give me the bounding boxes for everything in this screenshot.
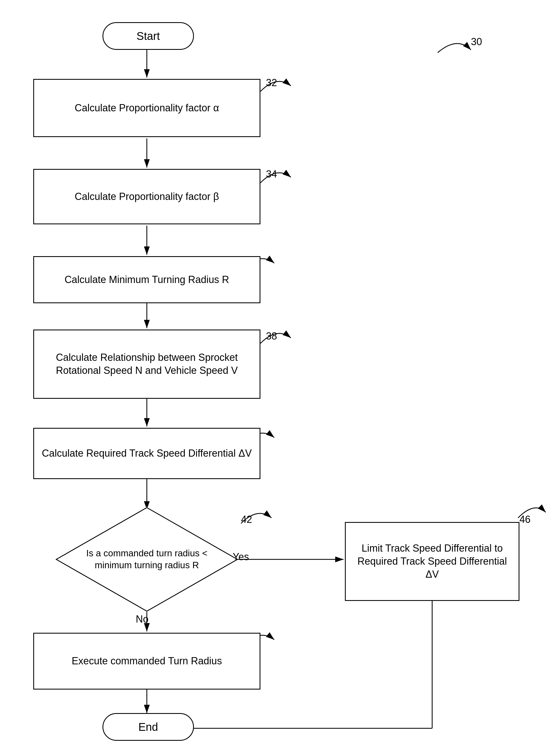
diamond-42-container: Is a commanded turn radius < minimum tur… — [56, 507, 238, 612]
box-44: Execute commanded Turn Radius — [33, 633, 260, 689]
label-30: 30 — [471, 36, 482, 48]
label-32: 32 — [266, 77, 277, 88]
box-40: Calculate Required Track Speed Different… — [33, 428, 260, 479]
box-46: Limit Track Speed Differential to Requir… — [345, 522, 519, 601]
start-node: Start — [103, 22, 194, 50]
label-34: 34 — [266, 168, 277, 180]
no-label: No — [136, 613, 148, 625]
box44-label: Execute commanded Turn Radius — [72, 655, 222, 668]
label-38: 38 — [266, 330, 277, 342]
box36-label: Calculate Minimum Turning Radius R — [65, 273, 229, 286]
diagram-container: Start 30 32 Calculate Proportionality fa… — [0, 0, 556, 756]
box-32: Calculate Proportionality factor α — [33, 79, 260, 137]
diamond-42-text: Is a commanded turn radius < minimum tur… — [56, 507, 238, 612]
box46-label: Limit Track Speed Differential to Requir… — [351, 542, 513, 581]
box40-label: Calculate Required Track Speed Different… — [42, 447, 252, 460]
start-label: Start — [137, 30, 160, 42]
box-38: Calculate Relationship between Sprocket … — [33, 329, 260, 399]
box38-label: Calculate Relationship between Sprocket … — [40, 351, 254, 377]
end-label: End — [138, 721, 158, 733]
box34-label: Calculate Proportionality factor β — [75, 190, 219, 203]
label-42: 42 — [241, 514, 252, 525]
box32-label: Calculate Proportionality factor α — [74, 102, 219, 115]
end-node: End — [103, 713, 194, 741]
box-36: Calculate Minimum Turning Radius R — [33, 256, 260, 303]
label-46: 46 — [519, 514, 530, 525]
box-34: Calculate Proportionality factor β — [33, 169, 260, 224]
